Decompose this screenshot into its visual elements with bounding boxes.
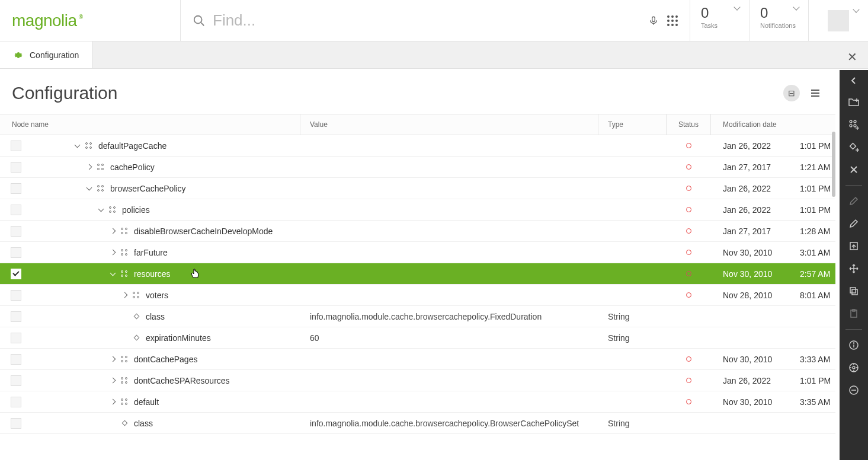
- rail-btn-publish[interactable]: [842, 235, 866, 257]
- svg-rect-18: [852, 289, 857, 295]
- col-header-value[interactable]: Value: [300, 114, 598, 135]
- rail-btn-add-content[interactable]: [842, 114, 866, 135]
- rail-btn-info[interactable]: [842, 334, 866, 356]
- svg-point-8: [854, 125, 856, 127]
- table-row[interactable]: policiesJan 26, 20221:01 PM: [0, 199, 835, 221]
- table-row[interactable]: cachePolicyJan 27, 20171:21 AM: [0, 157, 835, 178]
- cell-value: [300, 135, 598, 156]
- list-view-toggle[interactable]: [807, 85, 824, 101]
- mod-time: 1:01 PM: [800, 184, 831, 193]
- row-checkbox[interactable]: [11, 141, 21, 151]
- table-row[interactable]: resources选Nov 30, 20102:57 AM: [0, 263, 835, 285]
- table-row[interactable]: disableBrowserCacheInDevelopModeJan 27, …: [0, 221, 835, 242]
- row-checkbox[interactable]: [11, 290, 21, 301]
- table-row[interactable]: votersNov 28, 20108:01 AM: [0, 285, 835, 306]
- chevron-down-icon: [86, 184, 92, 190]
- svg-point-25: [853, 366, 855, 369]
- col-header-status[interactable]: Status: [667, 114, 711, 135]
- rail-btn-edit-grey[interactable]: [842, 190, 866, 212]
- cell-status: [667, 263, 711, 284]
- chevron-right-icon: [110, 378, 116, 384]
- expander[interactable]: [108, 248, 117, 257]
- node-name: class: [134, 419, 153, 428]
- table-row[interactable]: dontCachePagesNov 30, 20103:33 AM: [0, 349, 835, 370]
- table-row[interactable]: farFutureNov 30, 20103:01 AM: [0, 242, 835, 263]
- table-row[interactable]: dontCacheSPAResourcesJan 26, 20221:01 PM: [0, 370, 835, 391]
- rail-btn-collapse-all[interactable]: [842, 379, 866, 401]
- col-header-node[interactable]: Node name: [0, 114, 300, 135]
- rail-btn-tools[interactable]: [842, 357, 866, 378]
- mod-date: Jan 27, 2017: [723, 162, 776, 172]
- table-row[interactable]: classinfo.magnolia.module.cache.browserc…: [0, 413, 835, 434]
- tree-view-toggle[interactable]: ⊟: [783, 85, 800, 101]
- row-checkbox[interactable]: [11, 226, 21, 237]
- expander[interactable]: [108, 397, 117, 407]
- table-row[interactable]: classinfo.magnolia.module.cache.browserc…: [0, 306, 835, 327]
- node-name: expirationMinutes: [146, 333, 211, 343]
- mod-time: 1:01 PM: [800, 376, 831, 385]
- rail-btn-paste[interactable]: [842, 303, 866, 324]
- expander[interactable]: [108, 227, 117, 236]
- row-checkbox[interactable]: [11, 205, 21, 215]
- rail-btn-add-property[interactable]: [842, 136, 866, 158]
- cell-modification: Nov 30, 20103:01 AM: [711, 242, 835, 263]
- row-checkbox[interactable]: [11, 418, 21, 429]
- rail-collapse-button[interactable]: [851, 77, 857, 84]
- rail-btn-add-folder[interactable]: [842, 91, 866, 113]
- row-checkbox[interactable]: [11, 183, 21, 194]
- mod-date: Nov 30, 2010: [723, 355, 776, 364]
- node-name: browserCachePolicy: [110, 184, 186, 193]
- search-input[interactable]: [213, 11, 640, 30]
- row-checkbox[interactable]: [11, 397, 21, 407]
- expander: [108, 419, 117, 428]
- expander[interactable]: [108, 376, 117, 385]
- tab-configuration[interactable]: Configuration: [0, 42, 92, 68]
- col-header-type[interactable]: Type: [598, 114, 667, 135]
- row-checkbox[interactable]: [11, 247, 21, 258]
- chevron-right-icon: [121, 292, 127, 298]
- notifications-pill[interactable]: 0 Notifications: [750, 0, 809, 41]
- table-row[interactable]: defaultNov 30, 20103:35 AM: [0, 391, 835, 413]
- cell-node: class: [0, 306, 300, 327]
- cell-modification: [711, 306, 835, 327]
- row-checkbox[interactable]: [11, 333, 21, 343]
- expander[interactable]: [108, 269, 117, 279]
- cell-value: [300, 157, 598, 177]
- tree-body[interactable]: defaultPageCacheJan 26, 20221:01 PMcache…: [0, 135, 835, 472]
- table-row[interactable]: browserCachePolicyJan 26, 20221:01 PM: [0, 178, 835, 199]
- row-checkbox[interactable]: [11, 162, 21, 173]
- microphone-icon[interactable]: [648, 15, 659, 26]
- property-node-icon: [132, 333, 141, 343]
- brand-logo[interactable]: magnolia: [0, 0, 181, 41]
- table-row[interactable]: expirationMinutes60String: [0, 327, 835, 349]
- cell-type: [598, 157, 667, 177]
- rail-btn-edit[interactable]: [842, 213, 866, 234]
- row-checkbox[interactable]: [11, 354, 21, 365]
- move-icon: [849, 264, 859, 273]
- tree-scrollbar[interactable]: [832, 132, 835, 250]
- expander[interactable]: [108, 355, 117, 364]
- expander[interactable]: [120, 291, 129, 300]
- tasks-pill[interactable]: 0 Tasks: [690, 0, 750, 41]
- col-header-mod[interactable]: Modification date: [711, 114, 835, 135]
- cell-node: defaultPageCache: [0, 135, 300, 156]
- row-checkbox[interactable]: [11, 375, 21, 386]
- close-icon[interactable]: ✕: [847, 50, 857, 64]
- row-checkbox[interactable]: [11, 269, 21, 279]
- status-unpublished-icon: [686, 271, 691, 276]
- row-checkbox[interactable]: [11, 311, 21, 322]
- user-menu[interactable]: [809, 0, 868, 41]
- rail-btn-copy[interactable]: [842, 280, 866, 302]
- app-launcher-icon[interactable]: [667, 15, 678, 26]
- cell-node: expirationMinutes: [0, 327, 300, 348]
- expander[interactable]: [84, 184, 94, 193]
- cell-node: disableBrowserCacheInDevelopMode: [0, 221, 300, 241]
- expander[interactable]: [72, 141, 82, 151]
- rail-btn-move[interactable]: [842, 258, 866, 279]
- rail-btn-delete[interactable]: [842, 159, 866, 180]
- table-row[interactable]: defaultPageCacheJan 26, 20221:01 PM: [0, 135, 835, 157]
- expander[interactable]: [84, 162, 94, 172]
- mod-time: 3:35 AM: [800, 397, 830, 407]
- expander[interactable]: [96, 205, 105, 215]
- cell-status: [667, 285, 711, 305]
